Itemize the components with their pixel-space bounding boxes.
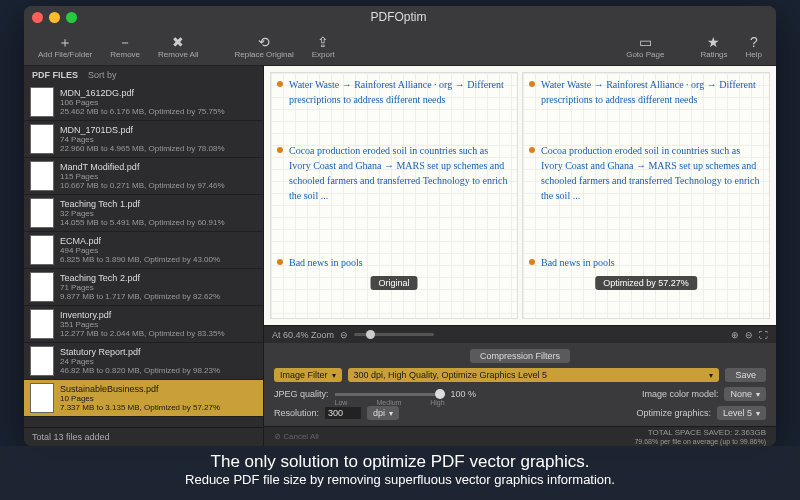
file-info: MandT Modified.pdf 115 Pages 10.667 MB t… xyxy=(60,162,257,190)
close-icon[interactable] xyxy=(32,12,43,23)
promo-line2: Reduce PDF file size by removing superfl… xyxy=(6,472,794,487)
remove-button[interactable]: －Remove xyxy=(102,32,148,61)
file-stats: 10.667 MB to 0.271 MB, Optimized by 97.4… xyxy=(60,181,257,190)
file-stats: 22.960 MB to 4.965 MB, Optimized by 78.0… xyxy=(60,144,257,153)
help-icon: ? xyxy=(750,34,758,50)
slider-knob[interactable] xyxy=(366,330,375,339)
pdf-thumbnail-icon xyxy=(30,383,54,413)
export-icon: ⇪ xyxy=(317,34,329,50)
file-name: MDN_1701DS.pdf xyxy=(60,125,257,135)
pdf-thumbnail-icon xyxy=(30,346,54,376)
add-file-button[interactable]: ＋Add File/Folder xyxy=(30,32,100,61)
replace-original-button[interactable]: ⟲Replace Original xyxy=(227,32,302,61)
help-button[interactable]: ?Help xyxy=(738,32,770,61)
file-pages: 71 Pages xyxy=(60,283,257,292)
file-item[interactable]: ECMA.pdf 494 Pages 6.825 MB to 3.890 MB,… xyxy=(24,232,263,269)
footer-stats: TOTAL SPACE SAVED: 2.363GB 79.68% per fi… xyxy=(634,428,766,446)
file-list: MDN_1612DG.pdf 106 Pages 25.462 MB to 6.… xyxy=(24,84,263,427)
ratings-button[interactable]: ★Ratings xyxy=(692,32,735,61)
file-item[interactable]: MandT Modified.pdf 115 Pages 10.667 MB t… xyxy=(24,158,263,195)
file-name: Inventory.pdf xyxy=(60,310,257,320)
file-name: Teaching Tech 1.pdf xyxy=(60,199,257,209)
zoom-out2-icon[interactable]: ⊖ xyxy=(745,330,753,340)
pdf-thumbnail-icon xyxy=(30,309,54,339)
toolbar: ＋Add File/Folder －Remove ✖Remove All ⟲Re… xyxy=(24,28,776,66)
file-stats: 46.82 MB to 0.820 MB, Optimized by 98.23… xyxy=(60,366,257,375)
file-info: MDN_1701DS.pdf 74 Pages 22.960 MB to 4.9… xyxy=(60,125,257,153)
slider-knob[interactable] xyxy=(435,389,445,399)
handwriting: Bad news in pools xyxy=(289,255,511,270)
save-button[interactable]: Save xyxy=(725,368,766,382)
file-item[interactable]: Statutory Report.pdf 24 Pages 46.82 MB t… xyxy=(24,343,263,380)
minimize-icon[interactable] xyxy=(49,12,60,23)
original-label: Original xyxy=(370,276,417,290)
export-button[interactable]: ⇪Export xyxy=(304,32,343,61)
compression-filters-button[interactable]: Compression Filters xyxy=(470,349,570,363)
promo-banner: The only solution to optimize PDF vector… xyxy=(0,446,800,500)
fit-icon[interactable]: ⛶ xyxy=(759,330,768,340)
goto-page-button[interactable]: ▭Goto Page xyxy=(618,32,672,61)
file-stats: 12.277 MB to 2.044 MB, Optimized by 83.3… xyxy=(60,329,257,338)
file-info: ECMA.pdf 494 Pages 6.825 MB to 3.890 MB,… xyxy=(60,236,257,264)
zoom-in-icon[interactable]: ⊕ xyxy=(731,330,739,340)
file-stats: 9.877 MB to 1.717 MB, Optimized by 82.62… xyxy=(60,292,257,301)
jpeg-slider[interactable]: Low Medium High xyxy=(335,393,445,396)
optimize-graphics-label: Optimize graphics: xyxy=(636,408,711,418)
sort-by-label[interactable]: Sort by xyxy=(88,70,117,80)
file-name: SustainableBusiness.pdf xyxy=(60,384,257,394)
zoom-out-icon[interactable]: ⊖ xyxy=(340,330,348,340)
sidebar-footer: Total 13 files added xyxy=(24,427,263,446)
file-pages: 351 Pages xyxy=(60,320,257,329)
remove-all-button[interactable]: ✖Remove All xyxy=(150,32,206,61)
pdf-thumbnail-icon xyxy=(30,124,54,154)
plus-icon: ＋ xyxy=(58,34,72,50)
resolution-input[interactable] xyxy=(325,407,361,419)
file-item[interactable]: SustainableBusiness.pdf 10 Pages 7.337 M… xyxy=(24,380,263,417)
handwriting: Cocoa production eroded soil in countrie… xyxy=(289,143,511,203)
chevron-down-icon: ▾ xyxy=(332,371,336,380)
file-item[interactable]: MDN_1612DG.pdf 106 Pages 25.462 MB to 6.… xyxy=(24,84,263,121)
file-item[interactable]: Teaching Tech 1.pdf 32 Pages 14.055 MB t… xyxy=(24,195,263,232)
file-info: Teaching Tech 2.pdf 71 Pages 9.877 MB to… xyxy=(60,273,257,301)
jpeg-value: 100 % xyxy=(451,389,477,399)
footer-bar: ⊘ Cancel All TOTAL SPACE SAVED: 2.363GB … xyxy=(264,426,776,446)
file-pages: 106 Pages xyxy=(60,98,257,107)
window-controls xyxy=(32,12,77,23)
original-page[interactable]: Water Waste → Rainforest Alliance · org … xyxy=(270,72,518,319)
file-pages: 10 Pages xyxy=(60,394,257,403)
color-model-select[interactable]: None▾ xyxy=(724,387,766,401)
zoom-text: At 60.4% Zoom xyxy=(272,330,334,340)
file-pages: 74 Pages xyxy=(60,135,257,144)
handwriting: Water Waste → Rainforest Alliance · org … xyxy=(289,77,511,107)
pdf-thumbnail-icon xyxy=(30,198,54,228)
main-area: PDF FILES Sort by MDN_1612DG.pdf 106 Pag… xyxy=(24,66,776,446)
optimized-label: Optimized by 57.27% xyxy=(595,276,697,290)
file-item[interactable]: MDN_1701DS.pdf 74 Pages 22.960 MB to 4.9… xyxy=(24,121,263,158)
file-item[interactable]: Teaching Tech 2.pdf 71 Pages 9.877 MB to… xyxy=(24,269,263,306)
file-name: Teaching Tech 2.pdf xyxy=(60,273,257,283)
cancel-all-button[interactable]: ⊘ Cancel All xyxy=(274,432,319,441)
file-name: ECMA.pdf xyxy=(60,236,257,246)
chevron-down-icon: ▾ xyxy=(709,371,713,380)
optimize-graphics-select[interactable]: Level 5▾ xyxy=(717,406,766,420)
file-name: Statutory Report.pdf xyxy=(60,347,257,357)
content-area: Water Waste → Rainforest Alliance · org … xyxy=(264,66,776,446)
image-filter-value-select[interactable]: 300 dpi, High Quality, Optimize Graphics… xyxy=(348,368,720,382)
sidebar-header: PDF FILES Sort by xyxy=(24,66,263,84)
star-icon: ★ xyxy=(707,34,720,50)
file-stats: 7.337 MB to 3.135 MB, Optimized by 57.27… xyxy=(60,403,257,412)
jpeg-quality-label: JPEG quality: xyxy=(274,389,329,399)
replace-icon: ⟲ xyxy=(258,34,270,50)
file-item[interactable]: Inventory.pdf 351 Pages 12.277 MB to 2.0… xyxy=(24,306,263,343)
dpi-select[interactable]: dpi▾ xyxy=(367,406,399,420)
file-stats: 14.055 MB to 5.491 MB, Optimized by 60.9… xyxy=(60,218,257,227)
zoom-slider[interactable] xyxy=(354,333,434,336)
minus-icon: － xyxy=(118,34,132,50)
image-filter-select[interactable]: Image Filter▾ xyxy=(274,368,342,382)
zoom-icon[interactable] xyxy=(66,12,77,23)
handwriting: Water Waste → Rainforest Alliance · org … xyxy=(541,77,763,107)
chevron-down-icon: ▾ xyxy=(756,390,760,399)
app-window: PDFOptim ＋Add File/Folder －Remove ✖Remov… xyxy=(24,6,776,446)
optimized-page[interactable]: Water Waste → Rainforest Alliance · org … xyxy=(522,72,770,319)
handwriting: Cocoa production eroded soil in countrie… xyxy=(541,143,763,203)
